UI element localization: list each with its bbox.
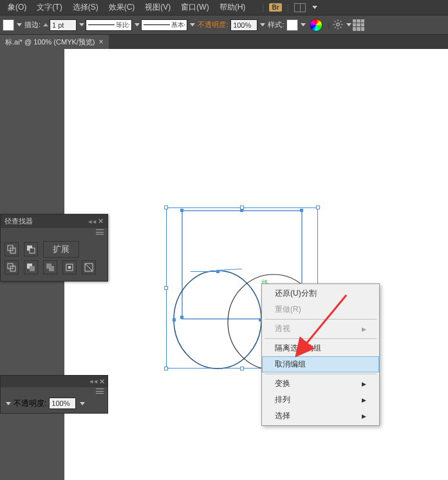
document-tab[interactable]: 标.ai* @ 100% (CMYK/预览) ×: [0, 35, 109, 49]
chevron-down-icon[interactable]: [79, 23, 84, 26]
menu-select[interactable]: 选择(S): [68, 2, 104, 13]
ctx-ungroup[interactable]: 取消编组: [262, 356, 379, 372]
chevron-down-icon[interactable]: [312, 6, 317, 9]
doc-title: 标.ai* @ 100% (CMYK/预览): [5, 37, 95, 47]
separator: [265, 319, 377, 320]
pf-minus-button[interactable]: [24, 242, 38, 256]
svg-rect-13: [49, 266, 54, 271]
context-menu: 还原(U)分割 重做(R) 透视▶ 隔离选中的组 取消编组 变换▶ 排列▶ 选择…: [261, 283, 380, 426]
layout-icon[interactable]: [294, 3, 306, 12]
opacity-input[interactable]: [230, 19, 257, 31]
pf-crop-button[interactable]: [62, 260, 77, 274]
stroke-label: 描边:: [24, 20, 41, 30]
menu-object[interactable]: 象(O): [3, 2, 32, 13]
stroke-weight-stepper[interactable]: [43, 23, 48, 26]
profile-dropdown[interactable]: 等比: [86, 19, 132, 31]
recolor-icon[interactable]: [310, 19, 322, 32]
ctx-arrange[interactable]: 排列▶: [262, 392, 379, 408]
pf-merge-button[interactable]: [43, 260, 57, 274]
separator: [265, 338, 377, 339]
chevron-down-icon[interactable]: [6, 402, 11, 405]
chevron-down-icon[interactable]: [135, 23, 140, 26]
chevron-down-icon[interactable]: [301, 23, 306, 26]
opacity-label: 不透明度:: [14, 398, 46, 409]
svg-rect-11: [30, 266, 35, 271]
style-label: 样式:: [268, 20, 284, 30]
style-swatch[interactable]: [286, 19, 298, 31]
brush-dropdown[interactable]: 基本: [141, 19, 187, 31]
options-bar: 描边: 等比 基本 不透明度: 样式: |: [0, 15, 448, 35]
collapse-icon[interactable]: ◄◄: [88, 378, 97, 385]
menu-help[interactable]: 帮助(H): [214, 2, 251, 13]
panel-menu-icon[interactable]: [96, 389, 104, 394]
chevron-down-icon[interactable]: [260, 23, 265, 26]
pf-trim-button[interactable]: [24, 260, 38, 274]
opacity-input[interactable]: [49, 398, 76, 409]
pf-outline-button[interactable]: [82, 260, 96, 274]
collapse-icon[interactable]: ◄◄: [87, 218, 96, 225]
ctx-select[interactable]: 选择▶: [262, 408, 379, 424]
gear-icon[interactable]: [332, 19, 344, 32]
chevron-down-icon[interactable]: [17, 23, 22, 26]
align-icon[interactable]: [353, 19, 364, 31]
stroke-weight-input[interactable]: [50, 19, 77, 31]
menu-view[interactable]: 视图(V): [140, 2, 176, 13]
svg-point-0: [337, 23, 340, 26]
fill-swatch[interactable]: [3, 19, 14, 31]
close-icon[interactable]: ×: [99, 39, 104, 45]
separator: [265, 374, 377, 374]
menubar: 象(O) 文字(T) 选择(S) 效果(C) 视图(V) 窗口(W) 帮助(H)…: [0, 0, 448, 15]
pathfinder-panel: 径查找器 ◄◄ ✕ 扩展: [0, 214, 108, 282]
menu-effect[interactable]: 效果(C): [104, 2, 140, 13]
ctx-redo: 重做(R): [262, 302, 379, 318]
chevron-down-icon[interactable]: [190, 23, 195, 26]
chevron-down-icon[interactable]: [80, 402, 85, 405]
svg-point-2: [174, 271, 261, 369]
ctx-perspective: 透视▶: [262, 321, 379, 337]
svg-rect-7: [30, 248, 35, 253]
ctx-isolate-group[interactable]: 隔离选中的组: [262, 340, 379, 356]
chevron-right-icon: ▶: [362, 413, 366, 419]
panel-title: 径查找器: [5, 216, 33, 226]
menu-type[interactable]: 文字(T): [32, 2, 67, 13]
ctx-undo[interactable]: 还原(U)分割: [262, 285, 379, 302]
document-tabs: 标.ai* @ 100% (CMYK/预览) ×: [0, 35, 448, 49]
ctx-transform[interactable]: 变换▶: [262, 376, 379, 392]
expand-button[interactable]: 扩展: [43, 241, 79, 258]
svg-rect-15: [68, 266, 71, 269]
chevron-right-icon: ▶: [362, 397, 366, 403]
close-icon[interactable]: ✕: [98, 217, 104, 226]
pf-divide-button[interactable]: [5, 260, 19, 274]
bridge-badge[interactable]: Br: [269, 3, 281, 12]
menu-window[interactable]: 窗口(W): [176, 2, 214, 13]
canvas[interactable]: 路径: [64, 49, 448, 480]
panel-menu-icon[interactable]: [96, 229, 104, 235]
chevron-down-icon[interactable]: [346, 23, 351, 26]
close-icon[interactable]: ✕: [99, 378, 105, 386]
opacity-label: 不透明度:: [198, 20, 228, 30]
chevron-right-icon: ▶: [362, 326, 366, 332]
pf-unite-button[interactable]: [5, 242, 19, 256]
chevron-right-icon: ▶: [362, 381, 366, 387]
transparency-panel: ◄◄ ✕ 不透明度:: [0, 375, 108, 414]
